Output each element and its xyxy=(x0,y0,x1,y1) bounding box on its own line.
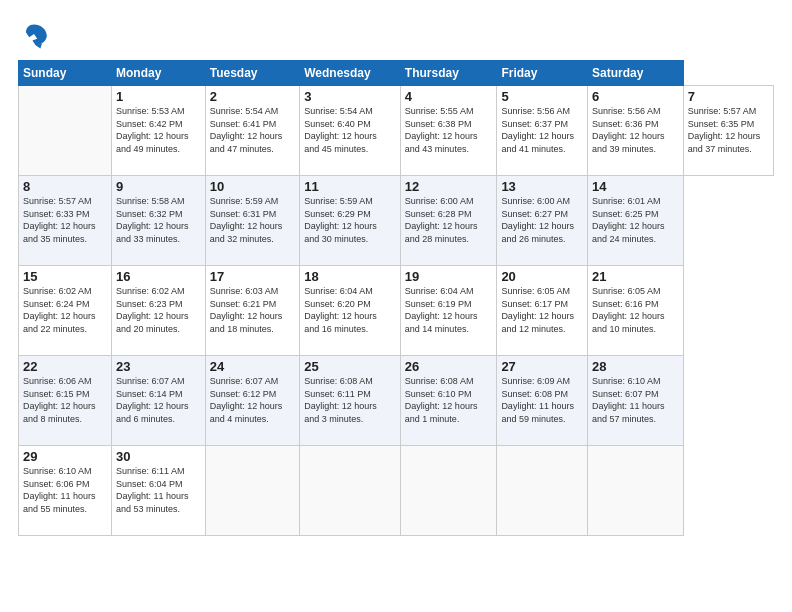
calendar-cell xyxy=(497,446,588,536)
day-info: Sunrise: 5:53 AM Sunset: 6:42 PM Dayligh… xyxy=(116,105,201,155)
day-info: Sunrise: 5:55 AM Sunset: 6:38 PM Dayligh… xyxy=(405,105,493,155)
calendar-cell: 23Sunrise: 6:07 AM Sunset: 6:14 PM Dayli… xyxy=(112,356,206,446)
day-info: Sunrise: 6:09 AM Sunset: 6:08 PM Dayligh… xyxy=(501,375,583,425)
day-info: Sunrise: 5:57 AM Sunset: 6:33 PM Dayligh… xyxy=(23,195,107,245)
calendar-cell: 12Sunrise: 6:00 AM Sunset: 6:28 PM Dayli… xyxy=(400,176,497,266)
calendar-cell: 13Sunrise: 6:00 AM Sunset: 6:27 PM Dayli… xyxy=(497,176,588,266)
day-info: Sunrise: 5:56 AM Sunset: 6:37 PM Dayligh… xyxy=(501,105,583,155)
calendar-cell: 14Sunrise: 6:01 AM Sunset: 6:25 PM Dayli… xyxy=(587,176,683,266)
day-number: 16 xyxy=(116,269,201,284)
calendar-cell: 5Sunrise: 5:56 AM Sunset: 6:37 PM Daylig… xyxy=(497,86,588,176)
day-info: Sunrise: 6:01 AM Sunset: 6:25 PM Dayligh… xyxy=(592,195,679,245)
calendar-cell xyxy=(400,446,497,536)
day-number: 23 xyxy=(116,359,201,374)
day-number: 25 xyxy=(304,359,396,374)
day-number: 29 xyxy=(23,449,107,464)
page: SundayMondayTuesdayWednesdayThursdayFrid… xyxy=(0,0,792,612)
day-info: Sunrise: 6:08 AM Sunset: 6:11 PM Dayligh… xyxy=(304,375,396,425)
calendar-cell: 25Sunrise: 6:08 AM Sunset: 6:11 PM Dayli… xyxy=(300,356,401,446)
calendar-cell: 2Sunrise: 5:54 AM Sunset: 6:41 PM Daylig… xyxy=(205,86,299,176)
calendar-cell: 3Sunrise: 5:54 AM Sunset: 6:40 PM Daylig… xyxy=(300,86,401,176)
day-info: Sunrise: 6:10 AM Sunset: 6:07 PM Dayligh… xyxy=(592,375,679,425)
day-info: Sunrise: 5:59 AM Sunset: 6:29 PM Dayligh… xyxy=(304,195,396,245)
calendar-cell xyxy=(300,446,401,536)
day-number: 20 xyxy=(501,269,583,284)
day-number: 13 xyxy=(501,179,583,194)
day-info: Sunrise: 5:54 AM Sunset: 6:40 PM Dayligh… xyxy=(304,105,396,155)
day-header-tuesday: Tuesday xyxy=(205,61,299,86)
day-info: Sunrise: 6:02 AM Sunset: 6:24 PM Dayligh… xyxy=(23,285,107,335)
day-number: 9 xyxy=(116,179,201,194)
day-number: 19 xyxy=(405,269,493,284)
calendar-cell: 26Sunrise: 6:08 AM Sunset: 6:10 PM Dayli… xyxy=(400,356,497,446)
day-number: 3 xyxy=(304,89,396,104)
logo-icon xyxy=(18,18,50,50)
day-info: Sunrise: 6:04 AM Sunset: 6:20 PM Dayligh… xyxy=(304,285,396,335)
day-number: 8 xyxy=(23,179,107,194)
day-info: Sunrise: 6:05 AM Sunset: 6:16 PM Dayligh… xyxy=(592,285,679,335)
week-row: 15Sunrise: 6:02 AM Sunset: 6:24 PM Dayli… xyxy=(19,266,774,356)
day-info: Sunrise: 6:04 AM Sunset: 6:19 PM Dayligh… xyxy=(405,285,493,335)
calendar-cell xyxy=(205,446,299,536)
day-info: Sunrise: 6:00 AM Sunset: 6:27 PM Dayligh… xyxy=(501,195,583,245)
day-number: 28 xyxy=(592,359,679,374)
day-info: Sunrise: 6:02 AM Sunset: 6:23 PM Dayligh… xyxy=(116,285,201,335)
day-info: Sunrise: 6:06 AM Sunset: 6:15 PM Dayligh… xyxy=(23,375,107,425)
day-info: Sunrise: 6:08 AM Sunset: 6:10 PM Dayligh… xyxy=(405,375,493,425)
day-info: Sunrise: 5:58 AM Sunset: 6:32 PM Dayligh… xyxy=(116,195,201,245)
logo xyxy=(18,18,54,50)
day-info: Sunrise: 5:56 AM Sunset: 6:36 PM Dayligh… xyxy=(592,105,679,155)
calendar-cell xyxy=(587,446,683,536)
day-number: 27 xyxy=(501,359,583,374)
calendar-cell: 17Sunrise: 6:03 AM Sunset: 6:21 PM Dayli… xyxy=(205,266,299,356)
week-row: 22Sunrise: 6:06 AM Sunset: 6:15 PM Dayli… xyxy=(19,356,774,446)
calendar-cell: 30Sunrise: 6:11 AM Sunset: 6:04 PM Dayli… xyxy=(112,446,206,536)
calendar-cell: 22Sunrise: 6:06 AM Sunset: 6:15 PM Dayli… xyxy=(19,356,112,446)
calendar-cell: 10Sunrise: 5:59 AM Sunset: 6:31 PM Dayli… xyxy=(205,176,299,266)
day-info: Sunrise: 6:00 AM Sunset: 6:28 PM Dayligh… xyxy=(405,195,493,245)
day-number: 10 xyxy=(210,179,295,194)
day-number: 4 xyxy=(405,89,493,104)
day-number: 7 xyxy=(688,89,769,104)
calendar-cell: 24Sunrise: 6:07 AM Sunset: 6:12 PM Dayli… xyxy=(205,356,299,446)
calendar-cell: 6Sunrise: 5:56 AM Sunset: 6:36 PM Daylig… xyxy=(587,86,683,176)
calendar-cell: 8Sunrise: 5:57 AM Sunset: 6:33 PM Daylig… xyxy=(19,176,112,266)
day-number: 24 xyxy=(210,359,295,374)
day-header-monday: Monday xyxy=(112,61,206,86)
day-info: Sunrise: 6:07 AM Sunset: 6:14 PM Dayligh… xyxy=(116,375,201,425)
day-number: 1 xyxy=(116,89,201,104)
calendar-cell: 27Sunrise: 6:09 AM Sunset: 6:08 PM Dayli… xyxy=(497,356,588,446)
header xyxy=(18,18,774,50)
day-info: Sunrise: 5:57 AM Sunset: 6:35 PM Dayligh… xyxy=(688,105,769,155)
calendar-cell xyxy=(19,86,112,176)
day-header-wednesday: Wednesday xyxy=(300,61,401,86)
day-info: Sunrise: 6:11 AM Sunset: 6:04 PM Dayligh… xyxy=(116,465,201,515)
calendar-cell: 16Sunrise: 6:02 AM Sunset: 6:23 PM Dayli… xyxy=(112,266,206,356)
day-number: 11 xyxy=(304,179,396,194)
day-number: 15 xyxy=(23,269,107,284)
day-header-saturday: Saturday xyxy=(587,61,683,86)
day-number: 2 xyxy=(210,89,295,104)
day-header-thursday: Thursday xyxy=(400,61,497,86)
day-number: 6 xyxy=(592,89,679,104)
calendar-cell: 9Sunrise: 5:58 AM Sunset: 6:32 PM Daylig… xyxy=(112,176,206,266)
calendar-cell: 21Sunrise: 6:05 AM Sunset: 6:16 PM Dayli… xyxy=(587,266,683,356)
day-header-sunday: Sunday xyxy=(19,61,112,86)
day-number: 26 xyxy=(405,359,493,374)
day-number: 21 xyxy=(592,269,679,284)
calendar-cell: 11Sunrise: 5:59 AM Sunset: 6:29 PM Dayli… xyxy=(300,176,401,266)
week-row: 1Sunrise: 5:53 AM Sunset: 6:42 PM Daylig… xyxy=(19,86,774,176)
day-info: Sunrise: 6:05 AM Sunset: 6:17 PM Dayligh… xyxy=(501,285,583,335)
day-header-friday: Friday xyxy=(497,61,588,86)
day-number: 12 xyxy=(405,179,493,194)
day-number: 14 xyxy=(592,179,679,194)
calendar: SundayMondayTuesdayWednesdayThursdayFrid… xyxy=(18,60,774,536)
day-number: 18 xyxy=(304,269,396,284)
day-number: 30 xyxy=(116,449,201,464)
calendar-cell: 15Sunrise: 6:02 AM Sunset: 6:24 PM Dayli… xyxy=(19,266,112,356)
day-number: 5 xyxy=(501,89,583,104)
day-info: Sunrise: 6:03 AM Sunset: 6:21 PM Dayligh… xyxy=(210,285,295,335)
header-row: SundayMondayTuesdayWednesdayThursdayFrid… xyxy=(19,61,774,86)
day-info: Sunrise: 6:10 AM Sunset: 6:06 PM Dayligh… xyxy=(23,465,107,515)
day-info: Sunrise: 6:07 AM Sunset: 6:12 PM Dayligh… xyxy=(210,375,295,425)
